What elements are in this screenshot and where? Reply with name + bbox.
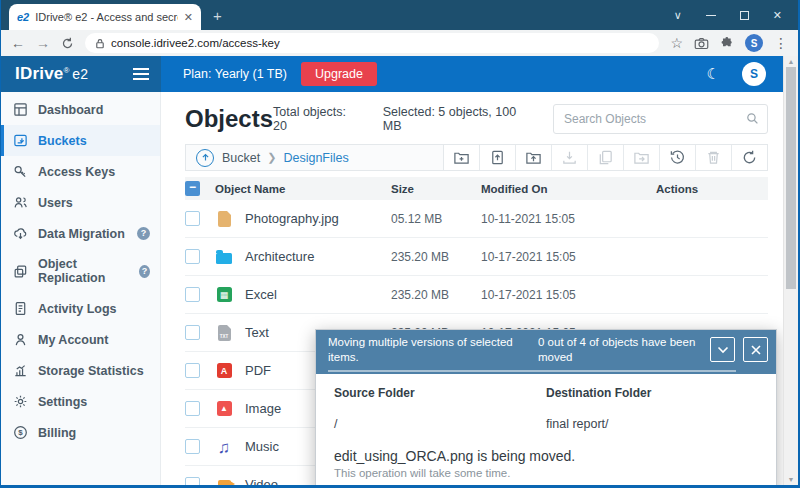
breadcrumb-root[interactable]: Bucket (222, 151, 260, 165)
plan-label: Plan: Yearly (1 TB) (183, 67, 287, 81)
buckets-icon (13, 133, 28, 148)
hamburger-menu-icon[interactable] (133, 68, 149, 80)
row-checkbox[interactable] (185, 439, 200, 454)
txt-file-icon: TXT (215, 324, 233, 342)
download-button (552, 145, 588, 170)
scroll-up-icon[interactable]: ▲ (784, 58, 798, 65)
row-checkbox[interactable] (185, 363, 200, 378)
tab-close-icon[interactable]: ✕ (184, 11, 193, 24)
dialog-progress-text: 0 out of 4 of objects have been moved (538, 335, 700, 365)
progress-bar (328, 370, 736, 372)
new-tab-button[interactable]: + (213, 7, 222, 24)
breadcrumb-separator-icon: ❯ (267, 151, 276, 164)
screenshot-camera-icon[interactable] (694, 37, 709, 50)
reload-icon[interactable] (61, 37, 74, 50)
selected-objects-label: Selected: 5 objects, 100 MB (383, 105, 527, 133)
browser-toolbar: ← → console.idrivee2.com/access-key ☆ S … (1, 30, 798, 56)
destination-folder-header: Destination Folder (546, 386, 760, 400)
dark-mode-moon-icon[interactable]: ☾ (707, 65, 720, 83)
bar-chart-icon (13, 363, 28, 378)
move-button (624, 145, 660, 170)
collapse-dialog-button[interactable] (710, 337, 735, 362)
sidebar-item-billing[interactable]: $ Billing (1, 417, 160, 448)
browser-profile-avatar[interactable]: S (745, 34, 763, 52)
table-header: − Object Name Size Modified On Actions (185, 177, 768, 200)
sidebar-item-users[interactable]: Users (1, 187, 160, 218)
search-box (553, 104, 768, 134)
close-window-button[interactable]: ✕ (773, 9, 782, 22)
sidebar-item-dashboard[interactable]: Dashboard (1, 94, 160, 125)
breadcrumb-current[interactable]: DesignFiles (283, 151, 348, 165)
column-modified: Modified On (481, 183, 656, 195)
account-avatar[interactable]: S (742, 62, 766, 86)
scroll-down-icon[interactable]: ▼ (784, 476, 798, 483)
upload-folder-button[interactable] (516, 145, 552, 170)
sidebar-item-storage-statistics[interactable]: Storage Statistics (1, 355, 160, 386)
history-restore-button[interactable] (660, 145, 696, 170)
select-all-checkbox[interactable]: − (185, 181, 200, 196)
row-checkbox[interactable] (185, 477, 200, 488)
excel-file-icon: ▦ (215, 286, 233, 304)
search-input[interactable] (553, 104, 768, 134)
sidebar-item-buckets[interactable]: Buckets (1, 125, 160, 156)
create-folder-button[interactable] (444, 145, 480, 170)
music-file-icon: ♫ (215, 438, 233, 456)
page-scrollbar[interactable]: ▲ ▼ (783, 56, 798, 485)
browser-tab[interactable]: e2 IDrive® e2 - Access and secret ke ✕ (9, 4, 201, 30)
scrollbar-thumb[interactable] (786, 67, 796, 289)
browser-menu-icon[interactable]: ⋮ (774, 36, 788, 50)
sidebar-item-access-keys[interactable]: Access Keys (1, 156, 160, 187)
dialog-title: Moving multiple versions of selected ite… (328, 335, 528, 365)
column-actions: Actions (656, 183, 768, 195)
sidebar-item-activity-logs[interactable]: Activity Logs (1, 293, 160, 324)
up-level-icon[interactable] (196, 149, 214, 167)
jpg-file-icon (215, 210, 233, 228)
chevron-down-icon (717, 346, 729, 354)
dialog-body: Source Folder Destination Folder / final… (316, 374, 776, 488)
help-icon[interactable]: ? (139, 265, 150, 278)
address-bar[interactable]: console.idrivee2.com/access-key (85, 33, 659, 53)
refresh-button[interactable] (732, 145, 767, 170)
extensions-puzzle-icon[interactable] (720, 36, 734, 50)
gear-icon (13, 394, 28, 409)
replication-icon (13, 264, 28, 279)
folder-icon (215, 248, 233, 266)
browser-window: e2 IDrive® e2 - Access and secret ke ✕ +… (0, 0, 800, 488)
upgrade-button[interactable]: Upgrade (301, 62, 377, 86)
help-icon[interactable]: ? (137, 227, 150, 240)
table-row[interactable]: ▦Excel 235.20 MB 10-17-2021 15:05 (185, 276, 768, 314)
row-checkbox[interactable] (185, 249, 200, 264)
image-file-icon: ▲ (215, 400, 233, 418)
app-header: IDrive®e2 Plan: Yearly (1 TB) Upgrade ☾ … (1, 56, 798, 92)
window-controls: ∨ ✕ (658, 0, 798, 30)
forward-icon[interactable]: → (36, 36, 50, 50)
bookmark-star-icon[interactable]: ☆ (670, 36, 683, 50)
logo-area: IDrive®e2 (1, 56, 161, 92)
users-icon (13, 195, 28, 210)
minimize-button[interactable] (706, 15, 716, 16)
sidebar-item-settings[interactable]: Settings (1, 386, 160, 417)
activity-logs-icon (13, 301, 28, 316)
row-checkbox[interactable] (185, 287, 200, 302)
row-checkbox[interactable] (185, 325, 200, 340)
source-folder-header: Source Folder (334, 386, 546, 400)
row-checkbox[interactable] (185, 401, 200, 416)
cloud-migration-icon (13, 226, 28, 241)
total-objects-label: Total objects: 20 (273, 105, 357, 133)
close-dialog-button[interactable] (743, 337, 768, 362)
page-title: Objects (185, 105, 273, 133)
video-file-icon (215, 476, 233, 488)
tab-search-chevron-icon[interactable]: ∨ (674, 9, 682, 22)
search-icon[interactable] (746, 112, 759, 125)
move-status-text: edit_using_ORCA.png is being moved. (334, 448, 760, 464)
back-icon[interactable]: ← (11, 36, 25, 50)
row-checkbox[interactable] (185, 211, 200, 226)
table-row[interactable]: Architecture 235.20 MB 10-17-2021 15:05 (185, 238, 768, 276)
table-row[interactable]: Photography.jpg 05.12 MB 10-11-2021 15:0… (185, 200, 768, 238)
sidebar-item-my-account[interactable]: My Account (1, 324, 160, 355)
sidebar-item-data-migration[interactable]: Data Migration ? (1, 218, 160, 249)
upload-file-button[interactable] (480, 145, 516, 170)
sidebar-item-object-replication[interactable]: Object Replication ? (1, 249, 160, 293)
person-icon (13, 332, 28, 347)
maximize-button[interactable] (740, 11, 749, 20)
